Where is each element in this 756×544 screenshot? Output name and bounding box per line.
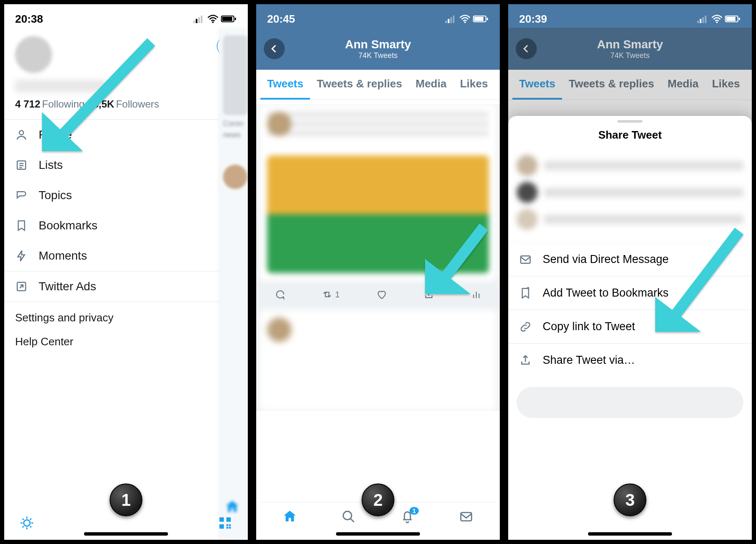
topics-icon (15, 189, 28, 202)
profile-subtitle: 74K Tweets (610, 51, 650, 60)
heart-icon (376, 289, 387, 300)
bookmark-add-icon (519, 287, 532, 300)
svg-rect-6 (222, 17, 232, 21)
menu-help-center[interactable]: Help Center (4, 334, 248, 357)
tweet-card[interactable] (260, 310, 496, 411)
nav-notifications[interactable]: 1 (400, 510, 415, 526)
tab-media[interactable]: Media (661, 70, 705, 100)
svg-rect-44 (726, 17, 735, 21)
share-option-bookmark[interactable]: Add Tweet to Bookmarks (508, 276, 752, 310)
home-indicator (336, 532, 420, 536)
status-time: 20:38 (15, 13, 43, 26)
menu-bookmarks[interactable]: Bookmarks (4, 210, 248, 241)
share-option-dm[interactable]: Send via Direct Message (508, 243, 752, 276)
svg-rect-41 (705, 16, 706, 23)
share-option-dm-label: Send via Direct Message (543, 253, 669, 266)
envelope-icon (519, 253, 532, 266)
svg-rect-3 (201, 16, 202, 23)
tab-tweets-replies[interactable]: Tweets & replies (310, 70, 409, 100)
tweet-like-button[interactable] (376, 289, 387, 300)
svg-rect-24 (448, 19, 449, 23)
svg-line-35 (350, 518, 354, 522)
tweet-card[interactable] (260, 104, 496, 281)
share-option-bookmark-label: Add Tweet to Bookmarks (543, 286, 669, 300)
link-icon (519, 321, 532, 333)
status-icons (193, 15, 237, 23)
back-button[interactable] (264, 38, 285, 59)
svg-rect-25 (450, 17, 452, 23)
svg-point-4 (212, 21, 214, 23)
menu-settings-privacy[interactable]: Settings and privacy (4, 302, 248, 334)
share-icon (423, 289, 434, 300)
bookmarks-icon (15, 219, 28, 232)
chevron-left-icon (521, 44, 531, 54)
tweet-reply-button[interactable] (274, 289, 285, 300)
tweet-analytics-button[interactable] (471, 289, 482, 300)
tweet-share-button[interactable] (423, 289, 434, 300)
share-contacts-list (508, 155, 752, 243)
tab-tweets-replies[interactable]: Tweets & replies (562, 70, 661, 100)
display-settings-icon[interactable] (19, 515, 34, 532)
svg-rect-20 (226, 527, 228, 529)
share-option-share-via-label: Share Tweet via… (543, 354, 635, 367)
account-avatar[interactable] (15, 36, 52, 73)
menu-lists[interactable]: Lists (4, 150, 248, 180)
svg-rect-16 (226, 518, 231, 522)
retweet-count: 1 (335, 290, 340, 300)
lists-icon (15, 159, 28, 171)
account-name-blurred (15, 80, 108, 92)
svg-rect-26 (453, 16, 454, 23)
svg-rect-21 (229, 527, 231, 529)
tab-likes[interactable]: Likes (705, 70, 747, 100)
menu-ads-label: Twitter Ads (39, 280, 96, 293)
svg-rect-23 (445, 21, 447, 23)
external-icon (15, 280, 28, 293)
tweet-retweet-button[interactable]: 1 (322, 289, 340, 300)
nav-messages[interactable] (459, 510, 473, 526)
svg-rect-38 (697, 21, 699, 23)
share-cancel-button[interactable] (517, 387, 743, 418)
reply-icon (274, 289, 285, 300)
share-option-copy-link[interactable]: Copy link to Tweet (508, 310, 752, 344)
home-tab-icon[interactable] (225, 499, 240, 516)
tab-tweets[interactable]: Tweets (512, 70, 562, 100)
svg-rect-29 (474, 17, 483, 21)
moments-icon (15, 250, 28, 262)
retweet-icon (322, 289, 333, 300)
svg-rect-46 (521, 256, 530, 263)
svg-rect-36 (461, 512, 472, 521)
svg-rect-0 (193, 21, 195, 23)
follow-stats[interactable]: 4 712Following 6,5KFollowers (4, 92, 248, 119)
menu-moments[interactable]: Moments (4, 241, 248, 271)
svg-point-14 (24, 520, 30, 526)
svg-point-27 (464, 21, 466, 23)
svg-point-34 (343, 511, 352, 520)
share-option-copy-link-label: Copy link to Tweet (543, 320, 635, 333)
share-tweet-sheet: Share Tweet Send via Direct Message Add … (508, 116, 752, 540)
chevron-left-icon (269, 44, 279, 54)
svg-rect-17 (220, 524, 224, 529)
tab-likes[interactable]: Likes (453, 70, 495, 100)
profile-tabs: Tweets Tweets & replies Media Likes (508, 70, 752, 100)
svg-rect-45 (739, 18, 740, 20)
share-option-share-via[interactable]: Share Tweet via… (508, 344, 752, 377)
status-icons (445, 15, 489, 23)
menu-twitter-ads[interactable]: Twitter Ads (4, 271, 248, 302)
svg-rect-7 (235, 18, 236, 20)
menu-topics[interactable]: Topics (4, 180, 248, 210)
nav-home[interactable] (283, 510, 297, 526)
qr-code-icon[interactable] (218, 515, 233, 532)
menu-profile[interactable]: Profile (4, 120, 248, 150)
share-sheet-title: Share Tweet (508, 123, 752, 149)
tab-media[interactable]: Media (409, 70, 453, 100)
profile-title: Ann Smarty (345, 38, 411, 51)
tab-tweets[interactable]: Tweets (260, 70, 310, 100)
status-time: 20:39 (519, 13, 547, 26)
notifications-badge: 1 (410, 507, 419, 515)
nav-search[interactable] (341, 510, 356, 526)
svg-rect-40 (702, 17, 704, 23)
back-button[interactable] (516, 38, 537, 59)
step-badge-1: 1 (110, 484, 142, 516)
step-badge-3: 3 (614, 484, 646, 516)
menu-moments-label: Moments (39, 249, 87, 263)
